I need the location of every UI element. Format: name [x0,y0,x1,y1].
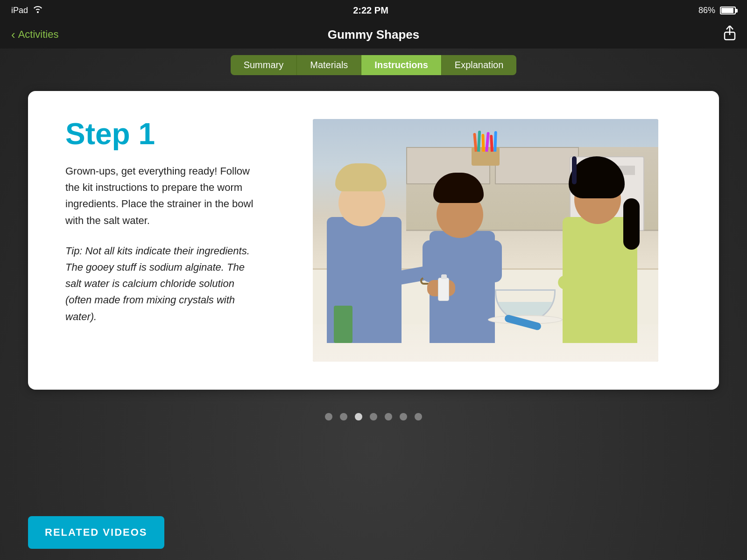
battery-percent: 86% [698,6,715,15]
tabs-container: Summary Materials Instructions Explanati… [0,49,747,82]
nav-bar: ‹ Activities Gummy Shapes [0,21,747,49]
cabinet-door-2 [495,147,579,184]
back-label: Activities [18,28,59,41]
chevron-left-icon: ‹ [11,28,15,42]
tab-materials[interactable]: Materials [297,55,361,75]
text-section: Step 1 Grown-ups, get everything ready! … [65,119,261,325]
status-left: iPad [11,6,43,15]
image-section [289,119,682,362]
battery-fill [721,8,733,13]
pagination-dot-6[interactable] [400,413,407,420]
pagination-dot-7[interactable] [415,413,422,420]
step-body: Grown-ups, get everything ready! Follow … [65,163,261,229]
tab-instructions[interactable]: Instructions [361,55,441,75]
pagination-dot-1[interactable] [325,413,332,420]
related-videos-button[interactable]: RELATED VIDEOS [28,516,164,549]
tab-summary[interactable]: Summary [231,55,297,75]
bottle [438,278,449,301]
battery-icon [720,7,736,14]
pagination-dot-5[interactable] [385,413,392,420]
device-model-label: iPad [11,6,28,15]
content-card: Step 1 Grown-ups, get everything ready! … [28,91,719,390]
step-title: Step 1 [65,119,261,149]
pagination-dot-2[interactable] [340,413,347,420]
pagination-dot-3[interactable] [355,413,362,420]
tab-explanation[interactable]: Explanation [442,55,517,75]
main-content: Step 1 Grown-ups, get everything ready! … [0,82,747,399]
share-button[interactable] [724,26,736,43]
pagination-dot-4[interactable] [370,413,377,420]
clock: 2:22 PM [353,5,388,16]
pagination [0,404,747,430]
step-tip: Tip: Not all kits indicate their ingredi… [65,243,261,325]
back-button[interactable]: ‹ Activities [11,28,58,42]
step-image [313,119,658,362]
wifi-icon [33,6,43,15]
status-right: 86% [698,6,736,15]
page-title: Gummy Shapes [328,28,420,42]
pencil-cup [472,133,500,166]
status-bar: iPad 2:22 PM 86% [0,0,747,21]
